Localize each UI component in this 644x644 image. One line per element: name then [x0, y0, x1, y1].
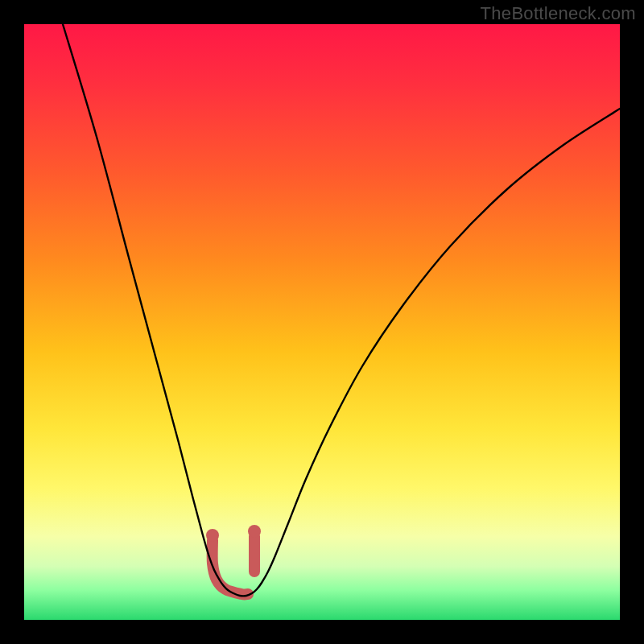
- svg-point-1: [248, 525, 261, 538]
- chart-frame: TheBottleneck.com: [0, 0, 644, 644]
- svg-point-0: [206, 529, 219, 542]
- watermark-text: TheBottleneck.com: [481, 3, 636, 24]
- plot-background: [24, 24, 620, 620]
- bottleneck-chart: [0, 0, 644, 644]
